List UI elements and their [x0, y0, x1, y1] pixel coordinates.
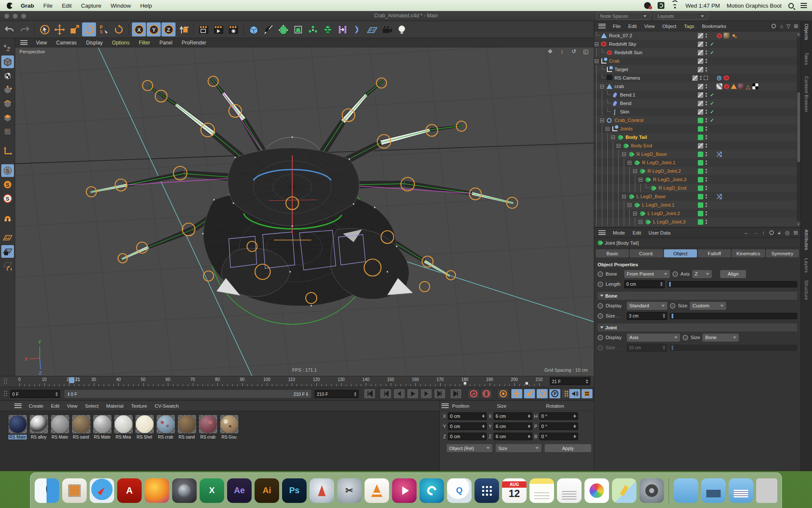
- object-name[interactable]: crab: [614, 84, 624, 89]
- om-menu-object[interactable]: Object: [658, 24, 680, 29]
- om-menu-tags[interactable]: Tags: [680, 24, 698, 29]
- size-mode-dropdown[interactable]: Size: [496, 444, 541, 452]
- layer-color-chip[interactable]: [698, 160, 703, 166]
- path-up-icon[interactable]: ⌂: [780, 23, 783, 29]
- psr-button[interactable]: PS: [97, 22, 111, 36]
- edges-mode-button[interactable]: [1, 97, 14, 110]
- layer-pencil-chip[interactable]: [698, 84, 703, 89]
- menu-icon[interactable]: [442, 403, 449, 408]
- rs-material-tag-icon[interactable]: [716, 33, 722, 39]
- visibility-dots[interactable]: [705, 50, 708, 55]
- menubar-item-window[interactable]: Window: [106, 3, 136, 9]
- layer-color-chip[interactable]: [698, 135, 703, 140]
- illustrator-dock-icon[interactable]: Ai: [255, 478, 279, 503]
- keyframe-circle[interactable]: [672, 271, 678, 277]
- display-tag-icon[interactable]: [716, 83, 722, 90]
- tweak-mode-button[interactable]: [1, 125, 14, 138]
- menu-icon[interactable]: [14, 403, 22, 408]
- film-button[interactable]: [581, 389, 593, 399]
- tree-row-r-legd-joint-1[interactable]: R LegD_Joint.1✓: [594, 158, 801, 167]
- live-selection-button[interactable]: [38, 22, 52, 36]
- play-button[interactable]: [407, 389, 419, 399]
- object-name[interactable]: R LegD_Joint.2: [647, 168, 681, 174]
- axis-x-button[interactable]: X: [132, 22, 146, 36]
- move-button[interactable]: [52, 22, 66, 36]
- camera-label[interactable]: Perspective: [19, 49, 45, 54]
- last-tool-button[interactable]: [112, 22, 126, 36]
- snap-button[interactable]: [1, 212, 14, 224]
- acrobat-dock-icon[interactable]: A: [117, 478, 142, 503]
- render-view-button[interactable]: [197, 22, 211, 36]
- rotate-view-icon[interactable]: ↺: [570, 48, 578, 55]
- menubar-item-grab[interactable]: Grab: [16, 3, 39, 9]
- keypad-dock-icon[interactable]: [475, 478, 499, 503]
- viewport-menu-options[interactable]: Options: [108, 40, 134, 46]
- pan-view-icon[interactable]: ✥: [546, 48, 554, 55]
- timeline-ruler[interactable]: 0102030405060708090100110120130140150160…: [0, 376, 594, 387]
- keyframe-circle[interactable]: [598, 335, 603, 340]
- tree-row-body-end[interactable]: Body End✓: [594, 141, 801, 150]
- points-mode-button[interactable]: [1, 83, 14, 96]
- menu-icon[interactable]: [598, 230, 606, 235]
- axis-z-button[interactable]: Z: [162, 22, 176, 36]
- keyframe-circle[interactable]: [683, 335, 688, 340]
- material-item[interactable]: RS Mate: [50, 414, 70, 439]
- om-menu-bookmarks[interactable]: Bookmarks: [698, 24, 730, 29]
- layer-pencil-chip[interactable]: [698, 92, 703, 98]
- om-menu-file[interactable]: File: [609, 24, 625, 29]
- transport-grip[interactable]: [3, 390, 8, 397]
- keyframe-marker[interactable]: [525, 382, 528, 385]
- bone-section-header[interactable]: Bone: [598, 292, 797, 300]
- after-effects-dock-icon[interactable]: Ae: [227, 478, 252, 503]
- safari-dock-icon[interactable]: [90, 478, 114, 503]
- side-tab-attributes[interactable]: Attributes: [804, 229, 809, 250]
- side-tab-objects[interactable]: Objects: [804, 24, 809, 40]
- keyframe-circle[interactable]: [670, 303, 675, 309]
- kf-parameter-button[interactable]: P: [549, 389, 561, 399]
- kf-scale-button[interactable]: [524, 389, 535, 399]
- joint-section-header[interactable]: Joint: [598, 323, 797, 331]
- visibility-dots[interactable]: [705, 67, 708, 72]
- sound-button[interactable]: [569, 389, 581, 399]
- scale-button[interactable]: [67, 22, 81, 36]
- material-item[interactable]: RS alloy: [29, 414, 49, 439]
- render-settings-button[interactable]: [226, 22, 240, 36]
- visibility-dots[interactable]: [705, 84, 708, 88]
- tree-row-l-legd-joint-2[interactable]: L LegD_Joint.2✓: [594, 209, 801, 218]
- viewport-solo-single-button[interactable]: S: [1, 178, 14, 191]
- object-name[interactable]: Skin: [620, 109, 629, 114]
- expand-toggle[interactable]: [600, 119, 604, 122]
- model-mode-button[interactable]: [1, 55, 14, 68]
- attr-menu-user-data[interactable]: User Data: [645, 230, 675, 235]
- object-name[interactable]: Redshift Sky: [609, 41, 636, 47]
- tree-row-crab-control[interactable]: Crab_Control✓: [594, 116, 801, 124]
- workplane-mode-button[interactable]: [1, 145, 14, 157]
- enabled-check-icon[interactable]: ✓: [709, 101, 715, 106]
- expand-toggle[interactable]: [595, 42, 598, 46]
- material-menu-texture[interactable]: Texture: [127, 403, 151, 409]
- enabled-check-icon[interactable]: ✓: [709, 118, 715, 123]
- rotation-field[interactable]: 0 °: [539, 412, 578, 420]
- keyframe-circle[interactable]: [598, 271, 603, 277]
- visibility-dots[interactable]: [705, 110, 708, 114]
- folder-docs-dock-icon[interactable]: [701, 478, 726, 503]
- object-name[interactable]: Body Tail: [625, 135, 647, 140]
- rotation-field[interactable]: 0 °: [539, 433, 578, 440]
- tree-row-l-legd-joint-1[interactable]: L LegD_Joint.1✓: [594, 201, 801, 209]
- tree-row-body-tail[interactable]: Body Tail✓: [594, 133, 801, 141]
- balls-tag-icon[interactable]: [730, 33, 737, 39]
- material-item[interactable]: RS crab: [156, 414, 176, 439]
- layer-color-chip[interactable]: [698, 168, 703, 174]
- viewport-solo-hierarchy-button[interactable]: S: [1, 192, 14, 205]
- layer-color-chip[interactable]: [698, 177, 703, 182]
- material-menu-view[interactable]: View: [63, 403, 81, 409]
- maximize-view-icon[interactable]: ◱: [582, 48, 590, 55]
- menubar-item-help[interactable]: Help: [136, 3, 157, 9]
- attr-menu-edit[interactable]: Edit: [629, 230, 645, 235]
- tree-row-redshift-sky[interactable]: Redshift Sky✓: [594, 40, 801, 48]
- joint-display-dropdown[interactable]: Axis: [627, 334, 680, 342]
- stamps-dock-icon[interactable]: [62, 478, 87, 503]
- vlc-dock-icon[interactable]: [365, 478, 389, 503]
- visibility-dots[interactable]: [705, 144, 708, 148]
- undo-button[interactable]: [3, 22, 16, 36]
